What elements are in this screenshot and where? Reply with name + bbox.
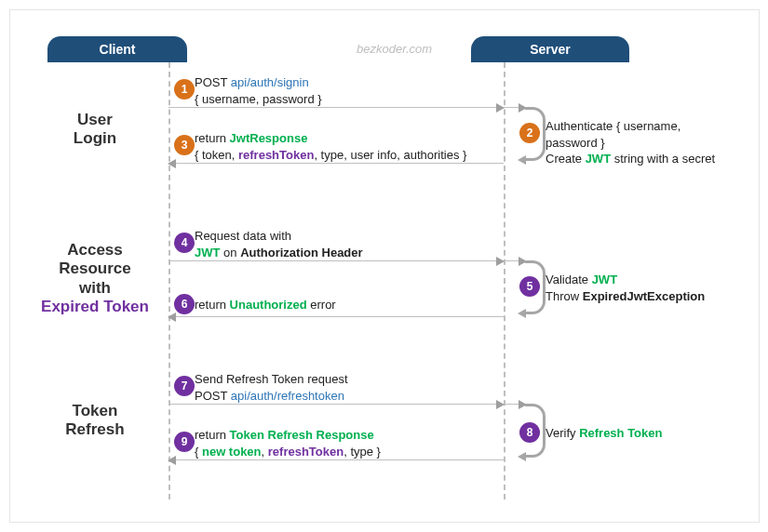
text: on (220, 246, 240, 259)
arrow-step-4 (168, 260, 504, 261)
label-line: Refresh (65, 420, 124, 438)
text: Validate (546, 273, 592, 286)
step-number-9: 9 (174, 432, 195, 452)
text: Authenticate { username, password } (546, 119, 680, 150)
text: Create (546, 152, 586, 166)
label-line: Token (73, 402, 118, 419)
header-client: Client (47, 36, 187, 62)
text: Send Refresh Token request (195, 372, 348, 386)
msg-step-8: Verify Refresh Token (546, 425, 732, 442)
text: Request data with (195, 229, 291, 243)
arrow-step-3 (168, 163, 504, 164)
step-number-6: 6 (174, 294, 195, 314)
arrow-server-in-1 (504, 107, 526, 108)
response-type: Token Refresh Response (230, 428, 374, 442)
diagram-frame: Client Server bezkoder.com User Login Ac… (9, 9, 760, 523)
msg-step-6: return Unauthorized error (195, 297, 492, 313)
request-body: { username, password } (195, 92, 322, 106)
label-line: User (77, 111, 113, 128)
text: { (195, 445, 202, 459)
text: return (195, 298, 230, 312)
msg-step-9: return Token Refresh Response { new toke… (195, 427, 492, 459)
step-number-4: 4 (174, 233, 195, 253)
arrow-step-6 (168, 316, 504, 317)
lifeline-client (168, 62, 170, 499)
auth-header: Authorization Header (240, 246, 362, 259)
msg-step-5: Validate JWT Throw ExpiredJwtException (546, 272, 732, 304)
text: POST (195, 389, 231, 403)
lifeline-server (504, 62, 505, 499)
keyword-jwt: JWT (586, 152, 611, 166)
text: return (195, 131, 230, 145)
keyword-refresh-token: refreshToken (268, 445, 344, 459)
msg-step-3: return JwtResponse { token, refreshToken… (195, 130, 492, 163)
text: , (262, 445, 268, 459)
section-user-login: User Login (34, 111, 155, 149)
header-server: Server (471, 36, 629, 62)
section-access-resource: Access Resource with Expired Token (34, 241, 155, 317)
arrow-step-7 (168, 404, 504, 405)
arrow-step-9 (168, 459, 504, 460)
keyword-unauthorized: Unauthorized (230, 298, 307, 312)
text: , type, user info, authorities } (314, 148, 466, 162)
response-type: JwtResponse (230, 131, 308, 145)
text: Throw (546, 289, 583, 303)
step-number-7: 7 (174, 376, 195, 396)
text: , type } (344, 445, 381, 459)
keyword-refresh-token: refreshToken (238, 148, 314, 162)
label-expired-token: Expired Token (41, 298, 149, 315)
msg-step-4: Request data with JWT on Authorization H… (195, 228, 492, 260)
arrow-step-1 (168, 107, 504, 108)
text: string with a secret (611, 152, 715, 166)
label-line: Access (67, 241, 123, 259)
step-number-8: 8 (519, 422, 540, 443)
text: POST (195, 75, 231, 89)
label-line: Resource (59, 259, 130, 277)
label-line: with (79, 279, 111, 297)
keyword-jwt: JWT (195, 246, 220, 259)
section-token-refresh: Token Refresh (34, 402, 155, 440)
step-number-1: 1 (174, 79, 195, 100)
text: Verify (546, 426, 579, 440)
step-number-2: 2 (519, 123, 540, 143)
keyword-new-token: new token (202, 445, 262, 459)
text: error (307, 298, 336, 312)
arrow-server-in-3 (504, 404, 526, 405)
label-line: Login (74, 129, 116, 147)
arrow-server-in-2 (504, 260, 526, 261)
sequence-diagram: Client Server bezkoder.com User Login Ac… (29, 25, 736, 504)
msg-step-1: POST api/auth/signin { username, passwor… (195, 74, 492, 107)
text: { token, (195, 148, 238, 162)
step-number-5: 5 (519, 276, 540, 297)
exception-name: ExpiredJwtException (583, 289, 705, 303)
text: return (195, 428, 230, 442)
watermark: bezkoder.com (357, 42, 432, 56)
endpoint: api/auth/signin (231, 75, 309, 89)
keyword-refresh-token: Refresh Token (579, 426, 662, 440)
endpoint: api/auth/refreshtoken (231, 389, 344, 403)
keyword-jwt: JWT (592, 273, 617, 286)
step-number-3: 3 (174, 135, 195, 155)
msg-step-2: Authenticate { username, password } Crea… (546, 118, 732, 167)
msg-step-7: Send Refresh Token request POST api/auth… (195, 371, 492, 404)
